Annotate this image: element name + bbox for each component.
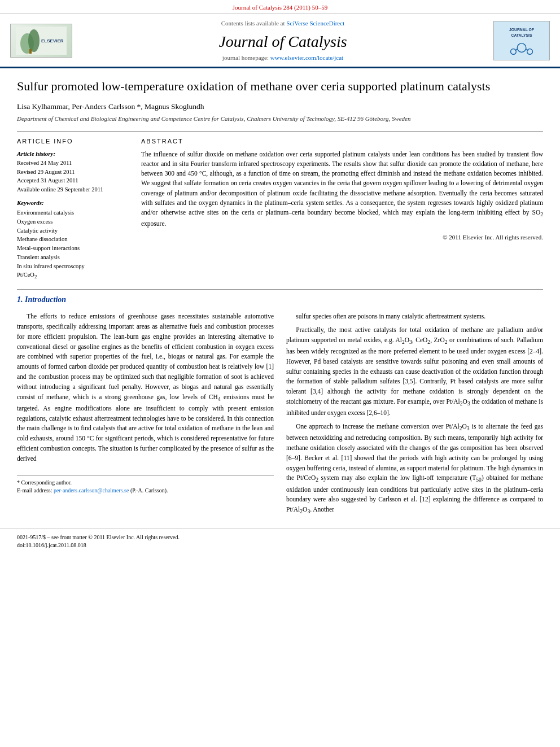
bottom-bar: 0021-9517/$ – see front matter © 2011 El… (0, 528, 560, 554)
authors: Lisa Kylhammar, Per-Anders Carlsson *, M… (17, 102, 543, 112)
keywords-label: Keywords: (17, 199, 130, 207)
keyword-6: Transient analysis (17, 253, 130, 262)
info-abstract-section: ARTICLE INFO Article history: Received 2… (17, 131, 543, 281)
svg-point-2 (28, 29, 40, 52)
accepted-date: Accepted 31 August 2011 (17, 177, 130, 185)
intro-two-col: The efforts to reduce emissions of green… (17, 309, 543, 516)
jcat-logo: JOURNAL OF CATALYSIS (493, 21, 550, 60)
article-info-heading: ARTICLE INFO (17, 137, 130, 146)
contents-label: Contents lists available at (221, 20, 285, 27)
abstract-heading: ABSTRACT (141, 137, 543, 146)
main-content: Sulfur promoted low-temperature oxidatio… (0, 68, 560, 522)
keyword-4: Methane dissociation (17, 235, 130, 244)
history-label: Article history: (17, 150, 130, 158)
keyword-8: Pt/CeO2 (17, 270, 130, 281)
introduction-section: 1. Introduction The efforts to reduce em… (17, 294, 543, 517)
affiliation: Department of Chemical and Biological En… (17, 115, 543, 123)
svg-rect-5 (494, 21, 549, 60)
intro-col-left: The efforts to reduce emissions of green… (17, 312, 274, 516)
copyright-line: © 2011 Elsevier Inc. All rights reserved… (141, 233, 543, 242)
sciverse-link[interactable]: SciVerse ScienceDirect (286, 20, 344, 27)
keywords-list: Environmental catalysis Oxygen excess Ca… (17, 208, 130, 281)
email-line: E-mail address: per-anders.carlsson@chal… (17, 487, 274, 495)
email-label: E-mail address: (17, 487, 52, 493)
svg-text:ELSEVIER: ELSEVIER (41, 38, 64, 43)
intro-col-right: sulfur species often are poisons in many… (286, 312, 543, 516)
intro-text-right: sulfur species often are poisons in many… (286, 312, 543, 516)
available-date: Available online 29 September 2011 (17, 186, 130, 194)
svg-rect-3 (29, 49, 32, 54)
jcat-logo-container: JOURNAL OF CATALYSIS (488, 21, 550, 60)
intro-heading: 1. Introduction (17, 294, 543, 305)
doi-line: doi:10.1016/j.jcat.2011.08.018 (17, 541, 543, 549)
footnote-area: * Corresponding author. E-mail address: … (17, 475, 274, 495)
email-suffix: (P.-A. Carlsson). (130, 487, 168, 493)
svg-text:JOURNAL OF: JOURNAL OF (509, 28, 534, 32)
issn-line: 0021-9517/$ – see front matter © 2011 El… (17, 534, 543, 541)
keyword-5: Metal-support interactions (17, 244, 130, 253)
abstract-text: The influence of sulfur dioxide on metha… (141, 150, 543, 229)
corresponding-author-label: * Corresponding author. (17, 479, 274, 487)
abstract-col: ABSTRACT The influence of sulfur dioxide… (141, 137, 543, 281)
revised-date: Revised 29 August 2011 (17, 168, 130, 177)
keyword-2: Oxygen excess (17, 217, 130, 226)
article-info-col: ARTICLE INFO Article history: Received 2… (17, 137, 130, 281)
received-date: Received 24 May 2011 (17, 159, 130, 168)
homepage-url: www.elsevier.com/locate/jcat (270, 54, 343, 61)
intro-text-left: The efforts to reduce emissions of green… (17, 312, 274, 464)
email-link[interactable]: per-anders.carlsson@chalmers.se (54, 487, 129, 493)
elsevier-logo-container: ELSEVIER (10, 24, 78, 58)
page-wrapper: Journal of Catalysis 284 (2011) 50–59 EL… (0, 0, 560, 554)
journal-header: ELSEVIER Contents lists available at Sci… (0, 14, 560, 68)
elsevier-logo: ELSEVIER (10, 24, 72, 58)
author-names: Lisa Kylhammar, Per-Anders Carlsson *, M… (17, 102, 204, 111)
svg-text:CATALYSIS: CATALYSIS (511, 34, 532, 38)
keyword-7: In situ infrared spectroscopy (17, 262, 130, 271)
journal-title: Journal of Catalysis (78, 30, 488, 53)
keyword-3: Catalytic activity (17, 226, 130, 235)
article-title: Sulfur promoted low-temperature oxidatio… (17, 78, 543, 95)
journal-reference: Journal of Catalysis 284 (2011) 50–59 (233, 4, 328, 11)
journal-homepage: journal homepage: www.elsevier.com/locat… (78, 54, 488, 62)
journal-header-center: Contents lists available at SciVerse Sci… (78, 19, 488, 62)
keyword-1: Environmental catalysis (17, 208, 130, 217)
top-bar: Journal of Catalysis 284 (2011) 50–59 (0, 0, 560, 14)
section-divider (17, 289, 543, 290)
